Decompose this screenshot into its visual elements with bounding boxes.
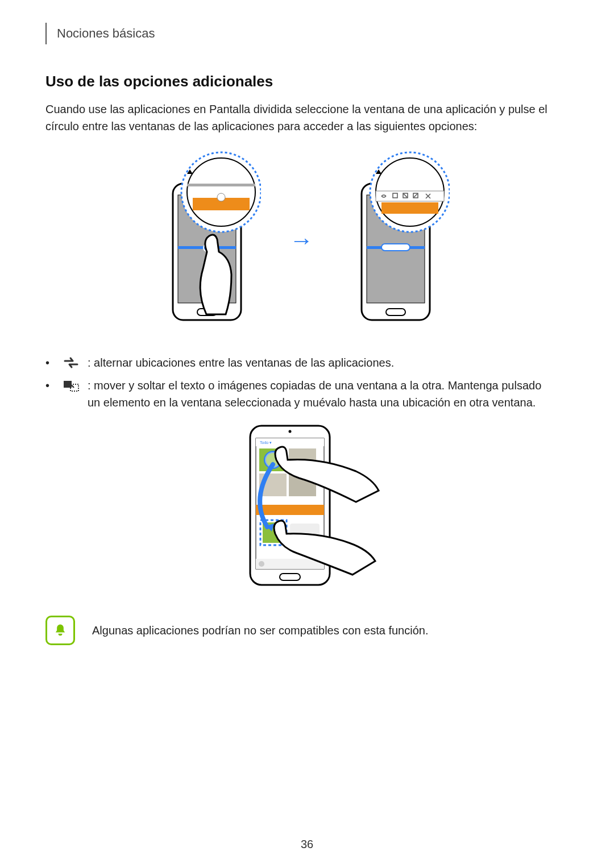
- svg-point-28: [289, 430, 292, 433]
- note-block: Algunas aplicaciones podrían no ser comp…: [45, 616, 557, 645]
- svg-text:Todo ▾: Todo ▾: [260, 441, 272, 445]
- list-item: • : mover y soltar el texto o imágenes c…: [45, 377, 557, 411]
- drag-content-icon: [63, 379, 80, 392]
- svg-rect-9: [187, 184, 255, 186]
- section-title: Uso de las opciones adicionales: [45, 73, 557, 90]
- list-item: • : alternar ubicaciones entre las venta…: [45, 354, 557, 371]
- figure-phone-options-bar: [342, 149, 450, 331]
- svg-rect-14: [381, 244, 410, 251]
- svg-point-6: [181, 152, 261, 232]
- bullet-text: : alternar ubicaciones entre las ventana…: [88, 354, 557, 371]
- bullet-marker: •: [45, 354, 55, 371]
- figure-drag-between-windows: Todo ▾: [45, 422, 557, 593]
- note-icon: [45, 616, 75, 645]
- intro-paragraph: Cuando use las aplicaciones en Pantalla …: [45, 101, 557, 135]
- bullet-list: • : alternar ubicaciones entre las venta…: [45, 354, 557, 411]
- note-text: Algunas aplicaciones podrían no ser comp…: [92, 624, 428, 637]
- figure-phone-tap-handle: [153, 149, 261, 331]
- page-number: 36: [0, 838, 614, 851]
- svg-point-43: [259, 561, 264, 567]
- svg-rect-20: [381, 202, 438, 214]
- svg-rect-38: [256, 505, 324, 515]
- svg-point-10: [217, 193, 225, 201]
- bullet-marker: •: [45, 377, 55, 394]
- bullet-text: : mover y soltar el texto o imágenes cop…: [88, 377, 557, 411]
- breadcrumb: Nociones básicas: [57, 26, 155, 41]
- swap-windows-icon: [63, 356, 80, 369]
- arrow-right-icon: →: [289, 229, 313, 252]
- header-rule: Nociones básicas: [45, 23, 557, 44]
- figure-split-handle-sequence: →: [45, 149, 557, 331]
